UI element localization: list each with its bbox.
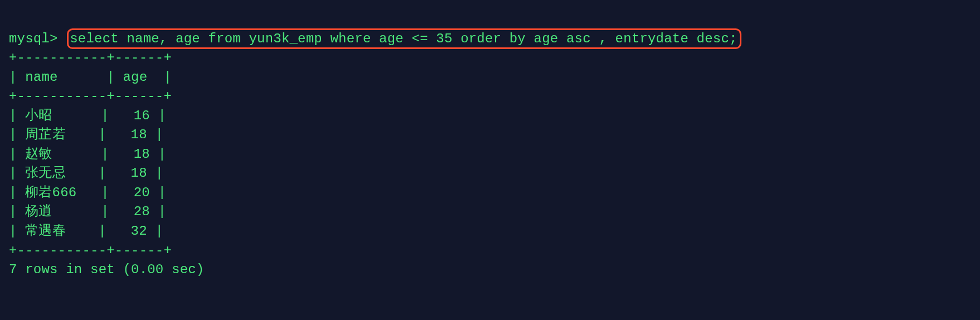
- result-summary: 7 rows in set (0.00 sec): [9, 262, 204, 277]
- table-border-top: +-----------+------+: [9, 50, 172, 65]
- table-row: | 张无忌 | 18 |: [9, 166, 163, 181]
- table-border-bottom: +-----------+------+: [9, 243, 172, 258]
- table-row: | 杨逍 | 28 |: [9, 204, 166, 219]
- table-header-row: | name | age |: [9, 70, 172, 85]
- table-row: | 常遇春 | 32 |: [9, 224, 163, 239]
- table-border-mid: +-----------+------+: [9, 89, 172, 104]
- table-row: | 小昭 | 16 |: [9, 108, 166, 123]
- sql-query-highlight: select name, age from yun3k_emp where ag…: [67, 28, 741, 49]
- table-row: | 柳岩666 | 20 |: [9, 185, 166, 200]
- table-row: | 赵敏 | 18 |: [9, 147, 166, 162]
- mysql-prompt: mysql>: [9, 31, 58, 46]
- table-row: | 周芷若 | 18 |: [9, 127, 163, 142]
